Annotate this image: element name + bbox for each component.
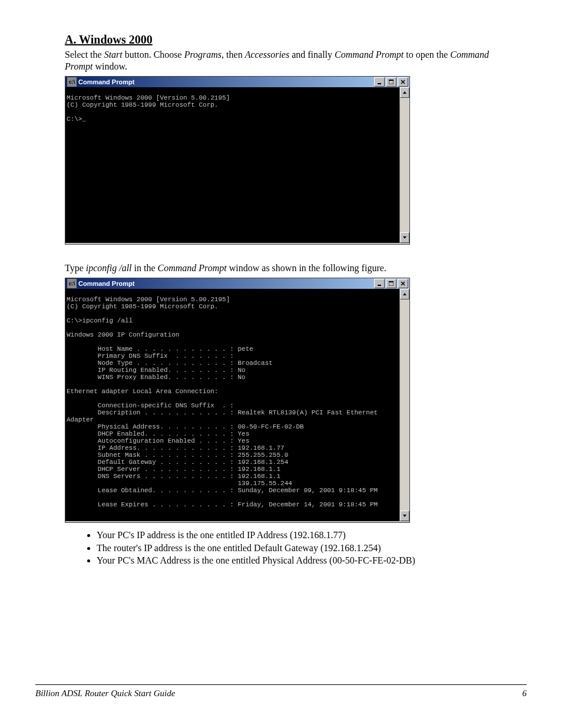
svg-rect-0 xyxy=(378,83,381,84)
text: and finally xyxy=(289,50,335,60)
list-item: The router's IP address is the one entit… xyxy=(97,542,497,555)
scroll-track[interactable] xyxy=(400,98,409,232)
scroll-track[interactable] xyxy=(400,299,409,510)
bullet-list: Your PC's IP address is the one entitled… xyxy=(88,529,497,567)
maximize-button[interactable] xyxy=(386,279,396,288)
close-button[interactable] xyxy=(398,279,408,288)
section-heading: A. Windows 2000 xyxy=(65,33,497,47)
svg-marker-12 xyxy=(403,293,406,295)
list-item: Your PC's IP address is the one entitled… xyxy=(97,529,497,542)
scroll-down-button[interactable] xyxy=(400,510,409,521)
paragraph-2: Type ipconfig /all in the Command Prompt… xyxy=(65,262,497,274)
text: button. Choose xyxy=(123,50,184,60)
titlebar[interactable]: c:\ Command Prompt xyxy=(65,77,409,87)
minimize-button[interactable] xyxy=(374,77,385,87)
list-item: Your PC's MAC Address is the one entitle… xyxy=(97,554,497,567)
close-button[interactable] xyxy=(398,77,408,87)
svg-marker-6 xyxy=(403,236,406,239)
maximize-button[interactable] xyxy=(386,77,396,87)
text-italic: Programs xyxy=(184,50,222,60)
scroll-up-button[interactable] xyxy=(400,289,409,299)
app-icon: c:\ xyxy=(67,279,77,288)
text: window as shown in the following figure. xyxy=(227,263,386,273)
text: to open the xyxy=(404,50,450,60)
text: Select the xyxy=(65,50,104,60)
window-title: Command Prompt xyxy=(78,78,373,85)
terminal-output[interactable]: Microsoft Windows 2000 [Version 5.00.219… xyxy=(65,94,399,236)
text-italic: Accessories xyxy=(245,50,290,60)
command-prompt-window-2: c:\ Command Prompt Microsoft Windows 200… xyxy=(65,278,410,523)
terminal-output[interactable]: Microsoft Windows 2000 [Version 5.00.219… xyxy=(65,295,399,515)
svg-marker-5 xyxy=(403,91,406,94)
footer-page-number: 6 xyxy=(523,689,527,699)
minimize-button[interactable] xyxy=(374,279,385,288)
svg-rect-9 xyxy=(389,281,394,282)
window-title: Command Prompt xyxy=(78,280,373,287)
command-prompt-window-1: c:\ Command Prompt Microsoft Windows 200… xyxy=(65,76,410,245)
text-italic: Command Prompt xyxy=(158,263,227,273)
scrollbar[interactable] xyxy=(399,87,409,243)
text-italic: ipconfig /all xyxy=(86,263,132,273)
titlebar[interactable]: c:\ Command Prompt xyxy=(65,278,409,289)
text: , then xyxy=(222,50,245,60)
svg-rect-2 xyxy=(389,80,394,81)
scroll-down-button[interactable] xyxy=(400,232,409,243)
paragraph-1: Select the Start button. Choose Programs… xyxy=(65,49,497,73)
svg-marker-13 xyxy=(403,515,406,517)
text: Type xyxy=(65,263,86,273)
text: window. xyxy=(92,61,127,71)
app-icon: c:\ xyxy=(67,77,77,87)
text-italic: Command Prompt xyxy=(335,50,404,60)
text: in the xyxy=(132,263,158,273)
scroll-up-button[interactable] xyxy=(400,87,409,98)
text-italic: Start xyxy=(104,50,123,60)
page-footer: Billion ADSL Router Quick Start Guide 6 xyxy=(35,684,527,699)
svg-rect-7 xyxy=(378,285,381,286)
footer-left: Billion ADSL Router Quick Start Guide xyxy=(35,689,175,699)
scrollbar[interactable] xyxy=(399,289,409,521)
